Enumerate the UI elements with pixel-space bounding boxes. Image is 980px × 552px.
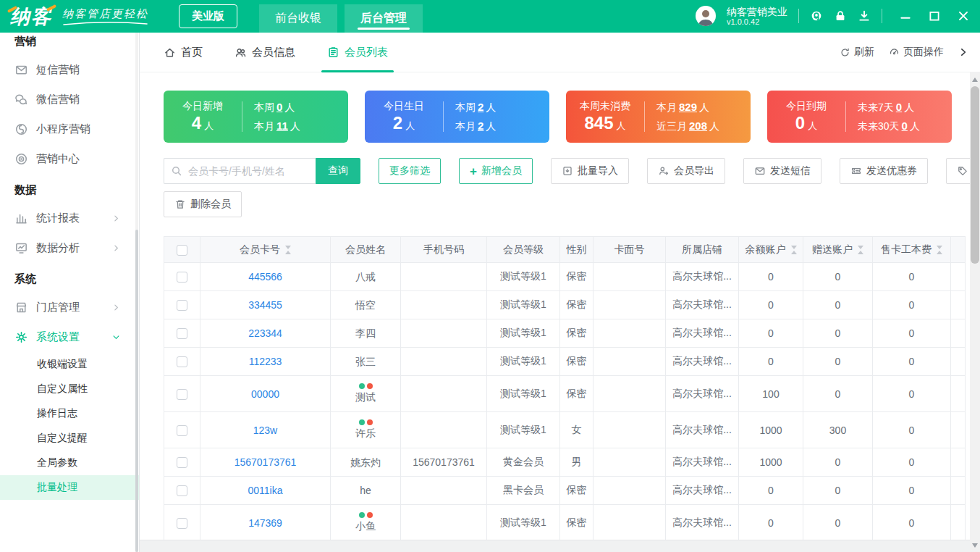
member-card-link[interactable]: 0011ika (248, 485, 282, 496)
发送优惠券-button[interactable]: 发送优惠券 (840, 158, 928, 184)
stat-card-今日新增[interactable]: 今日新增4人本周0人本月11人 (164, 91, 348, 143)
stat-card-detail-row: 近三月208人 (656, 117, 751, 135)
row-checkbox[interactable] (177, 518, 187, 529)
sidebar-item-统计报表[interactable]: 统计报表 (0, 204, 139, 233)
cell-checkbox (164, 263, 200, 291)
scroll-down-arrow[interactable] (970, 540, 980, 551)
member-name: he (331, 484, 400, 498)
minimize-button[interactable] (899, 9, 912, 22)
user-name: 纳客营销美业 (727, 6, 787, 17)
sidebar-scrollbar-thumb[interactable] (135, 230, 138, 552)
sidebar-item-短信营销[interactable]: 短信营销 (0, 55, 139, 85)
row-checkbox[interactable] (177, 485, 187, 496)
sidebar-subitem-批量处理[interactable]: 批量处理 (0, 475, 139, 500)
会员标签-button[interactable]: 会员标签 (946, 158, 970, 184)
row-checkbox[interactable] (177, 272, 187, 283)
user-info[interactable]: 纳客营销美业 v1.0.0.42 (727, 6, 787, 27)
member-card-link[interactable]: 15670173761 (235, 456, 297, 468)
close-button[interactable] (957, 9, 970, 22)
support-icon[interactable] (810, 9, 823, 22)
tab-member-info[interactable]: 会员信息 (235, 33, 295, 72)
sidebar-subitem-自定义提醒[interactable]: 自定义提醒 (0, 426, 139, 451)
会员导出-button[interactable]: 会员导出 (647, 158, 725, 184)
brand-logo: 纳客 (10, 4, 52, 30)
column-header-inner: 售卡工本费 (881, 243, 942, 256)
sidebar-subitem-操作日志[interactable]: 操作日志 (0, 401, 139, 426)
cell-level: 测试等级1 (487, 263, 560, 291)
sidebar-item-label: 营销中心 (36, 152, 80, 166)
lock-icon[interactable] (834, 9, 847, 22)
button-label: 发送短信 (770, 164, 811, 177)
row-checkbox[interactable] (177, 425, 187, 436)
member-card-link[interactable]: 00000 (251, 388, 279, 400)
sidebar-scrollbar[interactable] (135, 33, 138, 552)
row-checkbox[interactable] (177, 356, 187, 367)
member-card-link[interactable]: 123w (253, 425, 277, 436)
tab-member-list[interactable]: 会员列表 (327, 33, 388, 72)
column-header-性别: 性别 (560, 237, 594, 263)
refresh-button[interactable]: 刷新 (840, 46, 874, 59)
sort-arrows[interactable] (937, 246, 942, 254)
target-icon (14, 152, 28, 166)
stat-card-title: 本周未消费 (566, 100, 644, 113)
批量导入-button[interactable]: 批量导入 (551, 158, 629, 184)
horizontal-scroll-area[interactable] (140, 540, 970, 552)
chevron-right-icon[interactable] (958, 47, 968, 57)
stat-card-本周未消费[interactable]: 本周未消费845人本月829人近三月208人 (566, 91, 751, 143)
row-checkbox[interactable] (177, 389, 187, 400)
member-card-link[interactable]: 223344 (248, 327, 282, 339)
sidebar-subitem-全局参数[interactable]: 全局参数 (0, 451, 139, 475)
page-operations-button[interactable]: 页面操作 (889, 46, 944, 59)
更多筛选-button[interactable]: 更多筛选 (379, 158, 441, 184)
select-all-checkbox[interactable] (177, 245, 187, 256)
member-card-link[interactable]: 147369 (248, 517, 282, 529)
sidebar-item-系统设置[interactable]: 系统设置 (0, 322, 139, 352)
sidebar-item-营销中心[interactable]: 营销中心 (0, 144, 139, 174)
chevron-down-icon (111, 333, 121, 342)
row-checkbox[interactable] (177, 300, 187, 311)
cell-fee: 0 (873, 505, 951, 540)
sidebar-subitem-收银端设置[interactable]: 收银端设置 (0, 352, 139, 377)
sidebar-item-数据分析[interactable]: 数据分析 (0, 233, 139, 263)
member-card-link[interactable]: 445566 (248, 271, 282, 283)
sidebar-item-微信营销[interactable]: 微信营销 (0, 85, 139, 114)
sidebar-item-门店管理[interactable]: 门店管理 (0, 293, 139, 322)
tab-home[interactable]: 首页 (164, 33, 203, 72)
stat-card-今日生日[interactable]: 今日生日2人本周2人本月2人 (365, 91, 549, 143)
row-checkbox[interactable] (177, 457, 187, 468)
scroll-up-arrow[interactable] (970, 74, 980, 85)
发送短信-button[interactable]: 发送短信 (743, 158, 821, 184)
search-input[interactable] (187, 164, 316, 177)
sidebar-item-小程序营销[interactable]: 小程序营销 (0, 114, 139, 144)
sort-arrows[interactable] (858, 246, 863, 254)
gear-icon (14, 330, 28, 344)
cell-checkbox (164, 376, 200, 412)
sidebar-subitem-自定义属性[interactable]: 自定义属性 (0, 377, 139, 401)
stat-card-title: 今日新增 (164, 100, 242, 113)
member-card-link[interactable]: 112233 (249, 356, 282, 367)
edition-badge-button[interactable]: 美业版 (179, 4, 237, 28)
stat-card-title: 今日到期 (767, 100, 845, 113)
nav-tab-cashier[interactable]: 前台收银 (259, 4, 337, 33)
cell-name: 张三 (331, 348, 401, 376)
stat-card-今日到期[interactable]: 今日到期0人未来7天0人未来30天0人 (767, 91, 952, 143)
sort-arrows[interactable] (285, 246, 291, 254)
query-button[interactable]: 查询 (316, 158, 360, 184)
新增会员-button[interactable]: +新增会员 (459, 158, 533, 184)
sort-arrows[interactable] (791, 246, 797, 254)
删除会员-button[interactable]: 删除会员 (164, 191, 242, 217)
sidebar-item-label: 统计报表 (36, 212, 80, 225)
download-icon[interactable] (858, 9, 871, 22)
row-checkbox[interactable] (177, 328, 187, 339)
avatar[interactable] (696, 6, 716, 26)
member-name: 悟空 (331, 298, 400, 312)
nav-tab-backoffice[interactable]: 后台管理 (345, 4, 423, 33)
member-name-text: 姚东灼 (331, 456, 400, 469)
cell-balance: 0 (739, 263, 803, 291)
member-card-link[interactable]: 334455 (248, 299, 282, 311)
maximize-button[interactable] (928, 9, 941, 22)
cell-level: 测试等级1 (487, 291, 560, 319)
scrollbar-thumb[interactable] (971, 86, 979, 264)
vertical-scrollbar[interactable] (970, 72, 980, 552)
stat-card-detail-row: 本周0人 (254, 98, 348, 117)
